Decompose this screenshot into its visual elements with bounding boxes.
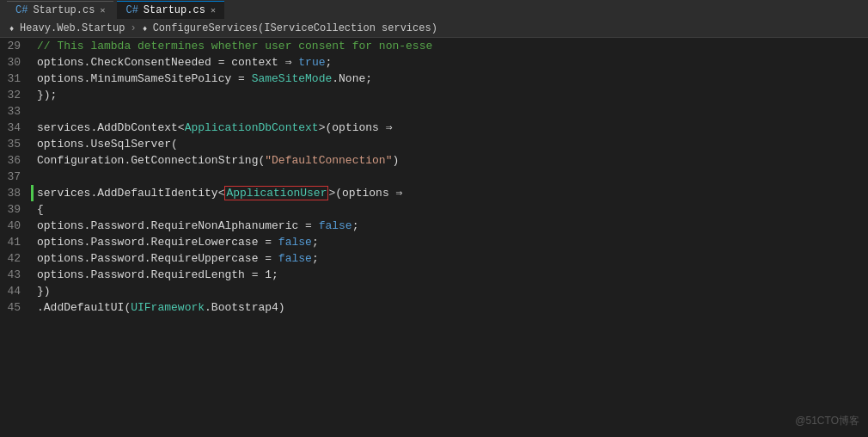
line-content-30: options.CheckConsentNeeded = context ⇒ t…: [34, 54, 332, 71]
line-num-32: 32: [0, 87, 31, 103]
breadcrumb-path1[interactable]: Heavy.Web.Startup: [20, 22, 125, 34]
line-content-38: services.AddDefaultIdentity<ApplicationU…: [34, 185, 402, 201]
line-36: 36 Configuration.GetConnectionString("De…: [0, 152, 868, 169]
line-num-45: 45: [0, 299, 31, 316]
title-bar: C# Startup.cs ✕ C# Startup.cs ✕: [0, 0, 868, 19]
breadcrumb-separator: ›: [130, 22, 136, 34]
line-num-41: 41: [0, 234, 31, 250]
line-45: 45 .AddDefaultUI(UIFramework.Bootstrap4): [0, 299, 868, 316]
line-44: 44 }): [0, 283, 868, 299]
line-40: 40 options.Password.RequireNonAlphanumer…: [0, 218, 868, 234]
close-icon-1[interactable]: ✕: [100, 5, 105, 15]
breadcrumb-icon: ⬧: [9, 22, 15, 34]
watermark: @51CTO博客: [795, 414, 859, 428]
line-43: 43 options.Password.RequiredLength = 1;: [0, 267, 868, 283]
line-num-37: 37: [0, 169, 31, 185]
line-32: 32 });: [0, 87, 868, 103]
line-content-44: }): [34, 283, 51, 299]
line-42: 42 options.Password.RequireUppercase = f…: [0, 250, 868, 267]
line-37: 37: [0, 169, 868, 185]
line-content-39: {: [34, 201, 44, 218]
line-content-43: options.Password.RequiredLength = 1;: [34, 267, 278, 283]
code-area: 29 // This lambda determines whether use…: [0, 38, 868, 437]
line-num-43: 43: [0, 267, 31, 283]
line-num-39: 39: [0, 201, 31, 218]
breadcrumb-path2[interactable]: ConfigureServices(IServiceCollection ser…: [153, 22, 437, 34]
line-num-44: 44: [0, 283, 31, 299]
line-content-42: options.Password.RequireUppercase = fals…: [34, 250, 319, 267]
close-icon-2[interactable]: ✕: [211, 5, 216, 15]
line-38: 38 services.AddDefaultIdentity<Applicati…: [0, 185, 868, 201]
line-content-45: .AddDefaultUI(UIFramework.Bootstrap4): [34, 299, 285, 316]
line-content-29: // This lambda determines whether user c…: [34, 38, 432, 54]
line-31: 31 options.MinimumSameSitePolicy = SameS…: [0, 71, 868, 87]
breadcrumb-bar: ⬧ Heavy.Web.Startup › ⬧ ConfigureService…: [0, 19, 868, 38]
line-num-38: 38: [0, 185, 31, 201]
file-icon-2: C#: [125, 4, 138, 16]
line-30: 30 options.CheckConsentNeeded = context …: [0, 54, 868, 71]
line-content-40: options.Password.RequireNonAlphanumeric …: [34, 218, 358, 234]
line-num-31: 31: [0, 71, 31, 87]
line-content-36: Configuration.GetConnectionString("Defau…: [34, 152, 399, 169]
tab-startup-1[interactable]: C# Startup.cs ✕: [7, 1, 113, 19]
tab-startup-2[interactable]: C# Startup.cs ✕: [117, 1, 223, 19]
code-lines: 29 // This lambda determines whether use…: [0, 38, 868, 437]
line-content-34: services.AddDbContext<ApplicationDbConte…: [34, 120, 393, 136]
line-num-29: 29: [0, 38, 31, 54]
line-29: 29 // This lambda determines whether use…: [0, 38, 868, 54]
line-num-42: 42: [0, 250, 31, 267]
line-num-40: 40: [0, 218, 31, 234]
line-num-35: 35: [0, 136, 31, 152]
line-num-30: 30: [0, 54, 31, 71]
line-num-33: 33: [0, 103, 31, 120]
line-content-35: options.UseSqlServer(: [34, 136, 178, 152]
file-icon-1: C#: [15, 4, 28, 16]
line-34: 34 services.AddDbContext<ApplicationDbCo…: [0, 120, 868, 136]
line-num-34: 34: [0, 120, 31, 136]
line-content-32: });: [34, 87, 57, 103]
line-41: 41 options.Password.RequireLowercase = f…: [0, 234, 868, 250]
line-39: 39 {: [0, 201, 868, 218]
line-content-37: [34, 169, 37, 185]
line-35: 35 options.UseSqlServer(: [0, 136, 868, 152]
tab-label-1: Startup.cs: [33, 4, 95, 16]
line-33: 33: [0, 103, 868, 120]
line-content-41: options.Password.RequireLowercase = fals…: [34, 234, 319, 250]
tab-label-2: Startup.cs: [144, 4, 205, 16]
line-content-33: [34, 103, 37, 120]
line-content-31: options.MinimumSameSitePolicy = SameSite…: [34, 71, 372, 87]
line-num-36: 36: [0, 152, 31, 169]
breadcrumb-icon2: ⬧: [142, 22, 148, 34]
